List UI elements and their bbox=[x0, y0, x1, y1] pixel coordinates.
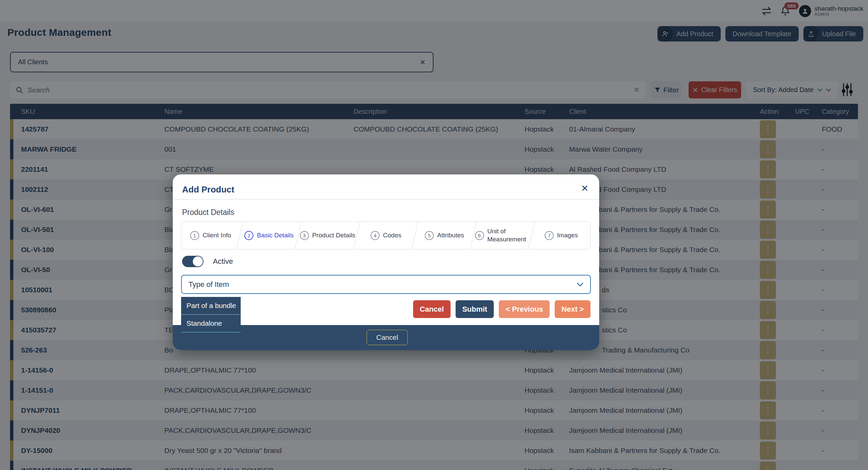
step-label: Client Info bbox=[203, 231, 231, 239]
step-label: Codes bbox=[383, 231, 401, 239]
step-number: 7 bbox=[545, 231, 554, 240]
modal-close-icon[interactable]: ✕ bbox=[581, 183, 588, 194]
step-number: 5 bbox=[425, 231, 434, 240]
add-product-modal: Add Product ✕ Product Details 1Client In… bbox=[173, 175, 599, 350]
modal-section-label: Product Details bbox=[182, 208, 234, 217]
wizard-stepper: 1Client Info2Basic Details3Product Detai… bbox=[181, 221, 591, 249]
step-label: Images bbox=[557, 231, 578, 239]
next-button[interactable]: Next > bbox=[555, 300, 590, 318]
option-standalone[interactable]: Standalone bbox=[181, 315, 241, 333]
step-attributes[interactable]: 5Attributes bbox=[415, 222, 474, 249]
modal-button-row: Cancel Submit < Previous Next > bbox=[413, 300, 590, 318]
step-client-info[interactable]: 1Client Info bbox=[181, 222, 240, 249]
step-number: 4 bbox=[371, 231, 380, 240]
step-label: Basic Details bbox=[257, 231, 293, 239]
type-of-item-select[interactable]: Type of Item bbox=[181, 275, 591, 294]
step-basic-details[interactable]: 2Basic Details bbox=[240, 222, 299, 249]
select-chevron-down-icon bbox=[577, 283, 584, 287]
step-number: 2 bbox=[244, 231, 253, 240]
step-product-details[interactable]: 3Product Details bbox=[298, 222, 357, 249]
step-codes[interactable]: 4Codes bbox=[357, 222, 415, 249]
previous-button[interactable]: < Previous bbox=[499, 300, 550, 318]
active-toggle[interactable] bbox=[182, 256, 204, 267]
cancel-button[interactable]: Cancel bbox=[413, 300, 451, 318]
active-toggle-row: Active bbox=[182, 256, 233, 267]
step-unit-of-measurement[interactable]: 6Unit of Measurement bbox=[474, 222, 532, 249]
step-images[interactable]: 7Images bbox=[532, 222, 590, 249]
step-label: Product Details bbox=[312, 231, 355, 239]
option-part-of-a-bundle[interactable]: Part of a bundle bbox=[181, 297, 241, 315]
step-label: Unit of Measurement bbox=[487, 227, 531, 243]
step-number: 3 bbox=[300, 231, 309, 240]
step-number: 6 bbox=[475, 231, 484, 240]
modal-divider bbox=[173, 199, 599, 199]
step-label: Attributes bbox=[437, 231, 464, 239]
active-toggle-label: Active bbox=[213, 257, 233, 266]
type-of-item-options: Part of a bundleStandalone bbox=[181, 297, 241, 333]
modal-title: Add Product bbox=[182, 184, 234, 195]
type-of-item-label: Type of Item bbox=[188, 280, 229, 289]
footer-cancel-button[interactable]: Cancel bbox=[367, 330, 408, 345]
toggle-knob bbox=[193, 256, 203, 267]
step-number: 1 bbox=[190, 231, 199, 240]
submit-button[interactable]: Submit bbox=[456, 300, 494, 318]
